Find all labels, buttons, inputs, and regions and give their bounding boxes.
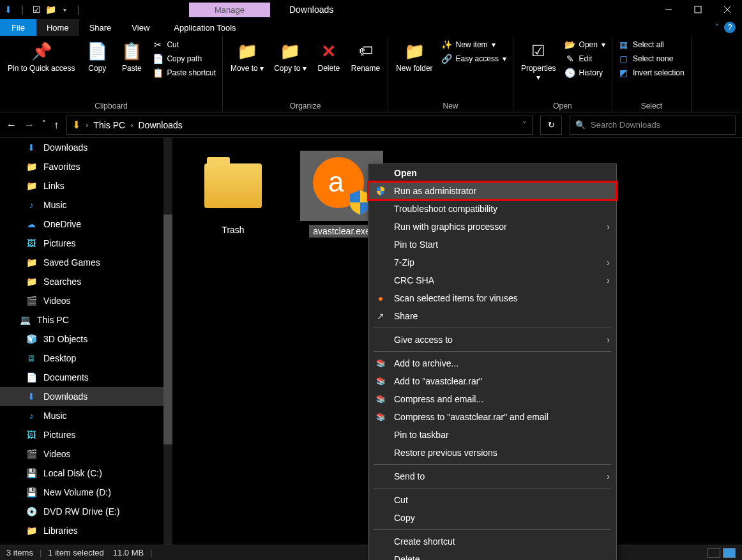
address-dropdown[interactable]: ˅: [522, 120, 527, 130]
back-button[interactable]: ←: [6, 119, 17, 131]
crumb-this-pc[interactable]: This PC: [93, 120, 125, 130]
sidebar-item-saved-games[interactable]: 📁Saved Games: [0, 253, 172, 272]
rename-button[interactable]: 🏷 Rename: [347, 38, 384, 100]
down-arrow-icon[interactable]: ⬇: [3, 4, 14, 15]
context-menu-send-to[interactable]: Send to›: [368, 467, 616, 485]
context-menu-pin-to-start[interactable]: Pin to Start: [368, 236, 616, 254]
delete-button[interactable]: ✕ Delete: [313, 38, 345, 100]
chevron-right-icon[interactable]: ›: [86, 120, 88, 130]
menu-tabs: File Home Share View Application Tools ˄…: [0, 19, 742, 36]
new-item-button[interactable]: ✨New item ▾: [439, 38, 509, 51]
tab-file[interactable]: File: [0, 19, 36, 36]
sidebar-item-downloads[interactable]: ⬇Downloads: [0, 138, 172, 157]
forward-button[interactable]: →: [24, 119, 34, 131]
sidebar-item-pictures[interactable]: 🖼Pictures: [0, 425, 172, 444]
new-folder-button[interactable]: 📁 New folder: [392, 38, 436, 100]
crumb-downloads[interactable]: Downloads: [138, 120, 182, 130]
details-view-button[interactable]: [708, 548, 720, 558]
sidebar-item-searches[interactable]: 📁Searches: [0, 272, 172, 291]
select-none-button[interactable]: ▢Select none: [616, 52, 687, 65]
contextual-tab-manage[interactable]: Manage: [189, 3, 270, 17]
sidebar-item-videos[interactable]: 🎬Videos: [0, 291, 172, 310]
folder-icon[interactable]: 📁: [45, 4, 56, 15]
copy-button[interactable]: 📄 Copy: [81, 38, 113, 100]
select-all-button[interactable]: ▦Select all: [616, 38, 687, 51]
dropdown-icon[interactable]: ▾: [59, 4, 70, 15]
cut-button[interactable]: ✂Cut: [150, 38, 218, 51]
properties-button[interactable]: ☑ Properties▾: [517, 38, 560, 100]
edit-button[interactable]: ✎Edit: [563, 52, 608, 65]
minimize-button[interactable]: [654, 0, 683, 19]
scrollbar-thumb[interactable]: [163, 215, 172, 444]
context-menu-share[interactable]: ↗Share: [368, 307, 616, 325]
sidebar-item-onedrive[interactable]: ☁OneDrive: [0, 215, 172, 234]
context-menu-run-with-graphics-processor[interactable]: Run with graphics processor›: [368, 218, 616, 236]
tab-home[interactable]: Home: [36, 19, 79, 36]
sidebar-item-documents[interactable]: 📄Documents: [0, 368, 172, 387]
large-icons-view-button[interactable]: [723, 548, 736, 558]
sidebar-item-downloads[interactable]: ⬇Downloads: [0, 387, 172, 406]
sidebar-item-dvd-rw-drive-e-[interactable]: 💿DVD RW Drive (E:): [0, 502, 172, 521]
context-menu-pin-to-taskbar[interactable]: Pin to taskbar: [368, 426, 616, 444]
context-menu-cut[interactable]: Cut: [368, 491, 616, 509]
move-to-button[interactable]: 📁 Move to ▾: [227, 38, 268, 100]
context-menu-add-to-archive-[interactable]: 📚Add to archive...: [368, 354, 616, 372]
easy-access-button[interactable]: 🔗Easy access ▾: [439, 52, 509, 65]
properties-icon: ☑: [528, 41, 549, 61]
context-menu-restore-previous-versions[interactable]: Restore previous versions: [368, 444, 616, 462]
search-input[interactable]: 🔍 Search Downloads: [570, 116, 736, 135]
context-menu-give-access-to[interactable]: Give access to›: [368, 331, 616, 349]
context-menu-run-as-administrator[interactable]: Run as administrator: [368, 182, 616, 200]
sidebar-item-favorites[interactable]: 📁Favorites: [0, 157, 172, 176]
open-button[interactable]: 📂Open ▾: [563, 38, 608, 51]
refresh-button[interactable]: ↻: [540, 116, 562, 135]
collapse-ribbon-icon[interactable]: ˄: [715, 22, 719, 33]
history-button[interactable]: 🕓History: [563, 66, 608, 79]
context-menu-scan-selected-items-for-viruses[interactable]: ●Scan selected items for viruses: [368, 289, 616, 307]
copy-path-button[interactable]: 📄Copy path: [150, 52, 218, 65]
navigation-pane[interactable]: ⬇Downloads📁Favorites📁Links♪Music☁OneDriv…: [0, 138, 172, 545]
sidebar-item-local-disk-c-[interactable]: 💾Local Disk (C:): [0, 464, 172, 483]
context-menu-create-shortcut[interactable]: Create shortcut: [368, 533, 616, 550]
chevron-right-icon[interactable]: ›: [130, 120, 133, 130]
context-menu-crc-sha[interactable]: CRC SHA›: [368, 271, 616, 289]
sidebar-item-videos[interactable]: 🎬Videos: [0, 444, 172, 464]
context-menu-copy[interactable]: Copy: [368, 509, 616, 527]
sidebar-item-music[interactable]: ♪Music: [0, 195, 172, 215]
context-menu-add-to-avastclear-rar-[interactable]: 📚Add to "avastclear.rar": [368, 372, 616, 390]
sidebar-item-desktop[interactable]: 🖥Desktop: [0, 349, 172, 368]
context-menu-compress-and-email-[interactable]: 📚Compress and email...: [368, 390, 616, 408]
paste-shortcut-button[interactable]: 📋Paste shortcut: [150, 66, 218, 79]
context-menu-compress-to-avastclear-rar-and-email[interactable]: 📚Compress to "avastclear.rar" and email: [368, 408, 616, 426]
sidebar-item-libraries[interactable]: 📁Libraries: [0, 521, 172, 540]
sidebar-item-links[interactable]: 📁Links: [0, 176, 172, 195]
invert-selection-button[interactable]: ◩Invert selection: [616, 66, 687, 79]
sidebar-item-music[interactable]: ♪Music: [0, 406, 172, 425]
sidebar-item-new-volume-d-[interactable]: 💾New Volume (D:): [0, 483, 172, 502]
sidebar-item-this-pc[interactable]: 💻This PC: [0, 310, 172, 329]
tab-view[interactable]: View: [121, 19, 160, 36]
context-menu-delete[interactable]: Delete: [368, 550, 616, 560]
cloud-icon: ☁: [26, 218, 37, 230]
sidebar-item-3d-objects[interactable]: 🧊3D Objects: [0, 329, 172, 349]
paste-button[interactable]: 📋 Paste: [116, 38, 148, 100]
context-menu-7-zip[interactable]: 7-Zip›: [368, 254, 616, 271]
context-menu-open[interactable]: Open: [368, 164, 616, 182]
download-icon: ⬇: [26, 391, 37, 402]
file-item-trash[interactable]: Trash: [192, 151, 275, 238]
copy-to-button[interactable]: 📁 Copy to ▾: [270, 38, 310, 100]
chevron-right-icon: ›: [607, 335, 610, 345]
help-icon[interactable]: ?: [724, 22, 736, 33]
maximize-button[interactable]: [683, 0, 713, 19]
pin-quick-access-button[interactable]: 📌 Pin to Quick access: [4, 38, 79, 100]
properties-icon[interactable]: ☑: [31, 4, 42, 15]
recent-dropdown[interactable]: ˅: [42, 119, 46, 131]
context-menu-troubleshoot-compatibility[interactable]: Troubleshoot compatibility: [368, 200, 616, 218]
address-bar[interactable]: ⬇ › This PC › Downloads ˅: [66, 116, 533, 135]
sidebar-item-pictures[interactable]: 🖼Pictures: [0, 234, 172, 253]
avast-icon: ●: [375, 292, 386, 304]
tab-share[interactable]: Share: [79, 19, 122, 36]
close-button[interactable]: [713, 0, 742, 19]
tab-application-tools[interactable]: Application Tools: [163, 19, 246, 36]
up-button[interactable]: ↑: [54, 119, 59, 131]
